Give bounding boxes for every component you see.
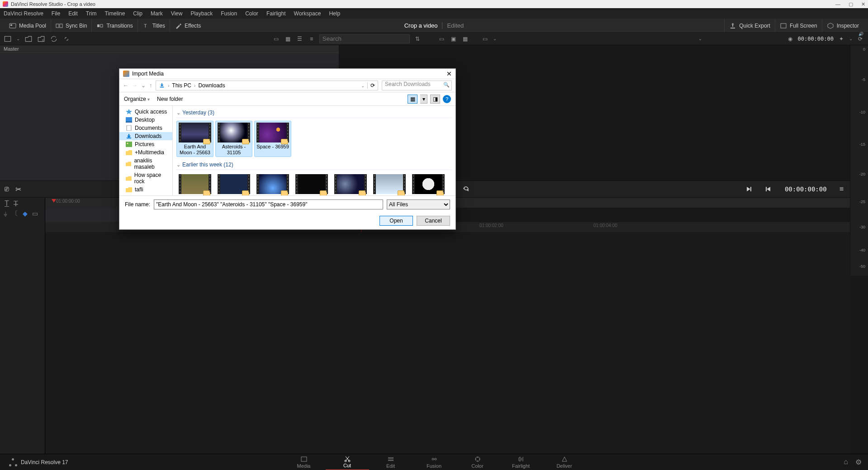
file-thumbnail[interactable]: Life on the Moon Europa! [254, 173, 291, 195]
viewer-mode2-icon[interactable]: ▣ [450, 35, 458, 43]
file-filter-select[interactable]: All Files [387, 199, 450, 209]
goto-in-icon[interactable] [745, 185, 752, 193]
view-list2-icon[interactable]: ≡ [308, 35, 316, 43]
preview-pane-button[interactable]: ◨ [430, 95, 440, 104]
organize-button[interactable]: Organize ▾ [124, 96, 150, 102]
dialog-search-input[interactable]: Search Downloads [382, 81, 452, 90]
bypass-icon[interactable]: ✦ [837, 35, 845, 43]
file-list-area[interactable]: Yesterday (3) Earth And Moon - 25663Aste… [173, 106, 455, 195]
open-button[interactable]: Open [379, 216, 413, 226]
group-header-earlier[interactable]: Earlier this week (12) [176, 160, 452, 170]
viewer-drop-icon[interactable]: ⌄ [493, 36, 497, 41]
menu-fairlight[interactable]: Fairlight [266, 10, 286, 17]
full-screen-button[interactable]: Full Screen [775, 19, 822, 32]
crumb-drop-icon[interactable]: ⌄ [361, 83, 365, 88]
link-button[interactable] [62, 35, 71, 43]
dialog-close-button[interactable]: ✕ [446, 70, 452, 77]
page-fairlight[interactable]: Fairlight [499, 454, 543, 470]
viewer-mode4-icon[interactable]: ▭ [481, 35, 489, 43]
file-thumbnail[interactable]: videoplayback (12) [371, 173, 408, 195]
sort-button[interactable]: ⇅ [413, 35, 422, 43]
page-color[interactable]: Color [456, 454, 499, 470]
transport-menu-icon[interactable]: ≡ [840, 185, 844, 193]
group-header-yesterday[interactable]: Yesterday (3) [176, 108, 452, 118]
goto-out-icon[interactable] [765, 185, 772, 193]
menu-timeline[interactable]: Timeline [104, 10, 125, 17]
dropdown-icon[interactable]: ⌄ [16, 36, 20, 41]
viewer-mode1-icon[interactable]: ▭ [438, 35, 446, 43]
sidebar-item-downloads[interactable]: Downloads [119, 132, 172, 140]
settings-icon[interactable]: ⚙ [855, 458, 862, 466]
help-icon[interactable]: ? [443, 95, 451, 103]
bypass-drop[interactable]: ⌄ [849, 36, 853, 41]
menu-file[interactable]: File [52, 10, 60, 17]
view-drop-button[interactable]: ▾ [420, 95, 427, 104]
page-deliver[interactable]: Deliver [543, 454, 586, 470]
cancel-button[interactable]: Cancel [417, 216, 450, 226]
page-cut[interactable]: Cut [326, 454, 369, 470]
titles-button[interactable]: T Titles [138, 19, 170, 32]
menu-view[interactable]: View [171, 10, 183, 17]
menu-help[interactable]: Help [329, 10, 340, 17]
view-list-icon[interactable]: ☰ [296, 35, 304, 43]
sidebar-item-tafli[interactable]: tafli [119, 185, 172, 194]
nav-recent-icon[interactable]: ⌄ [141, 82, 146, 89]
effects-button[interactable]: Effects [170, 19, 205, 32]
bin-add2-button[interactable]: + [37, 35, 45, 43]
split-icon[interactable]: ✂ [15, 185, 21, 194]
home-icon[interactable]: ⌂ [844, 458, 848, 466]
marker-flag-icon[interactable]: ◆ [23, 210, 28, 217]
menu-trim[interactable]: Trim [86, 10, 97, 17]
page-edit[interactable]: Edit [369, 454, 413, 470]
menu-resolve[interactable]: DaVinci Resolve [4, 10, 43, 17]
view-strip-icon[interactable]: ▭ [272, 35, 280, 43]
sidebar-item-pictures[interactable]: Pictures [119, 140, 172, 148]
page-media[interactable]: Media [282, 454, 326, 470]
viewer-mode3-icon[interactable]: ▦ [461, 35, 470, 43]
safe-area-icon[interactable]: ◉ [786, 35, 794, 43]
sidebar-item-documents[interactable]: Documents [119, 124, 172, 132]
minimize-button[interactable]: — [835, 1, 840, 7]
nav-up-icon[interactable]: ↑ [149, 82, 152, 89]
path-crumb[interactable]: › This PC › Downloads ⌄ ⟳ [156, 81, 378, 90]
refresh-icon[interactable]: ⟳ [367, 82, 375, 89]
file-thumbnail[interactable]: Europa Water Vapor Plumes - [332, 173, 369, 195]
menu-fusion[interactable]: Fusion [221, 10, 237, 17]
timeline-tracks[interactable] [45, 232, 850, 454]
media-pool-button[interactable]: Media Pool [5, 19, 51, 32]
sidebar-item-anaklis[interactable]: anakliis masaleb [119, 157, 172, 171]
file-thumbnail[interactable]: A Strange Signal Detected From [215, 173, 252, 195]
inspector-button[interactable]: Inspector [822, 19, 863, 32]
file-thumbnail[interactable]: Colonizing Europa (Jupiter's [293, 173, 330, 195]
page-fusion[interactable]: Fusion [413, 454, 456, 470]
file-thumbnail[interactable]: The Highest Resolution [176, 173, 213, 195]
menu-edit[interactable]: Edit [68, 10, 78, 17]
sidebar-item-rockets[interactable]: How space rock [119, 171, 172, 185]
quick-export-button[interactable]: Quick Export [724, 19, 775, 32]
maximize-button[interactable]: ▢ [849, 1, 853, 7]
sidebar-item-multimedia[interactable]: +Multimedia [119, 148, 172, 157]
sidebar-item-quickaccess[interactable]: Quick access [119, 108, 172, 116]
file-thumbnail[interactable]: Asteroids - 31105 [215, 121, 252, 157]
crumb-segment[interactable]: Downloads [198, 82, 225, 89]
search-input[interactable] [319, 34, 410, 43]
tool-a-icon[interactable]: T [5, 199, 9, 208]
crumb-segment[interactable]: This PC [172, 82, 191, 89]
sidebar-item-desktop[interactable]: Desktop [119, 116, 172, 124]
sync-bin-button[interactable]: Sync Bin [51, 19, 92, 32]
nav-back-icon[interactable]: ← [123, 82, 128, 89]
new-folder-button[interactable]: New folder [157, 96, 183, 102]
close-button[interactable]: ✕ [861, 1, 865, 7]
menu-playback[interactable]: Playback [190, 10, 213, 17]
marker-out-icon[interactable]: ▭ [32, 210, 38, 217]
file-thumbnail[interactable]: Earth And Moon - 25663 [176, 121, 213, 157]
marker-in-icon[interactable]: 〔 [12, 209, 18, 218]
menu-mark[interactable]: Mark [151, 10, 163, 17]
import-button[interactable] [4, 35, 12, 43]
filename-input[interactable] [154, 199, 383, 209]
view-grid-icon[interactable]: ▦ [284, 35, 292, 43]
magnet-icon[interactable]: ⏚ [4, 210, 7, 217]
menu-workspace[interactable]: Workspace [294, 10, 321, 17]
tool-b-icon[interactable]: T̶ [14, 199, 18, 208]
file-thumbnail[interactable]: The First Real Images Of [410, 173, 447, 195]
